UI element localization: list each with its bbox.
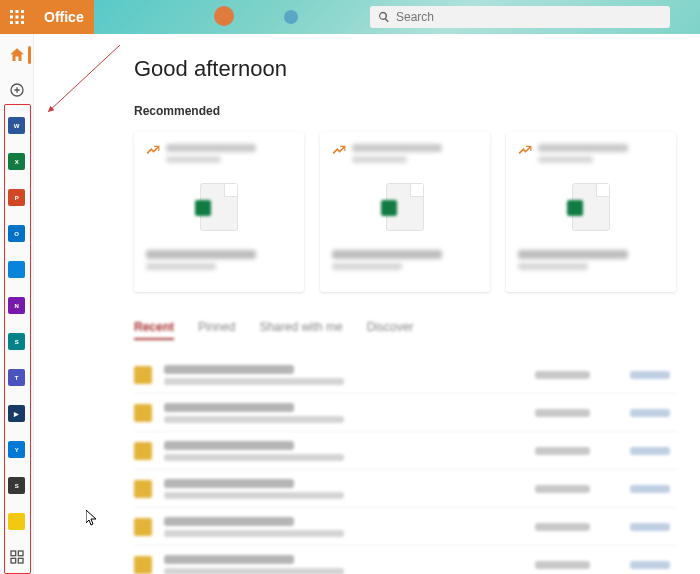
file-name: [164, 365, 294, 374]
card-title: [166, 144, 256, 152]
tab-shared-with-me[interactable]: Shared with me: [259, 320, 342, 340]
file-action[interactable]: [630, 409, 670, 417]
onedrive-icon: [8, 261, 25, 278]
stream-icon: ▶: [8, 405, 25, 422]
card-file-name: [518, 250, 628, 259]
file-action[interactable]: [630, 447, 670, 455]
file-type-icon: [134, 518, 152, 536]
yammer-icon: Y: [8, 441, 25, 458]
file-name: [164, 517, 294, 526]
file-modified: [535, 485, 590, 493]
svg-rect-8: [21, 21, 24, 24]
file-action[interactable]: [630, 485, 670, 493]
home-button[interactable]: [6, 44, 28, 65]
file-type-icon: [134, 442, 152, 460]
file-type-icon: [134, 366, 152, 384]
file-name: [164, 441, 294, 450]
sidebar-app-powerpoint[interactable]: P: [6, 187, 28, 209]
file-name: [164, 555, 294, 564]
sway-icon: S: [8, 477, 25, 494]
tab-pinned[interactable]: Pinned: [198, 320, 235, 340]
app-launcher-button[interactable]: [0, 0, 34, 34]
waffle-icon: [9, 9, 25, 25]
file-action[interactable]: [630, 523, 670, 531]
word-icon: W: [8, 117, 25, 134]
tab-discover[interactable]: Discover: [367, 320, 414, 340]
sidebar-app-outlook[interactable]: O: [6, 223, 28, 245]
file-location: [164, 378, 344, 385]
svg-rect-6: [10, 21, 13, 24]
recommended-heading: Recommended: [134, 104, 678, 118]
file-row[interactable]: [134, 356, 678, 394]
sidebar: WXPONST▶YS: [0, 34, 34, 574]
file-location: [164, 568, 344, 575]
search-box[interactable]: [370, 6, 670, 28]
home-icon: [8, 46, 26, 64]
activity-icon: [518, 144, 532, 158]
file-row[interactable]: [134, 432, 678, 470]
file-location: [164, 530, 344, 537]
recommended-card[interactable]: [320, 132, 490, 292]
banner: [94, 0, 700, 34]
top-header: Office: [0, 0, 700, 34]
card-file-name: [146, 250, 256, 259]
sidebar-app-sway[interactable]: S: [6, 475, 28, 497]
file-modified: [535, 523, 590, 531]
sidebar-app-word[interactable]: W: [6, 115, 28, 137]
file-row[interactable]: [134, 394, 678, 432]
activity-icon: [146, 144, 160, 158]
svg-rect-0: [10, 10, 13, 13]
all-apps-button[interactable]: [6, 547, 28, 568]
file-location: [164, 492, 344, 499]
card-subtitle: [352, 156, 407, 163]
plus-circle-icon: [9, 82, 25, 98]
file-type-icon: [134, 480, 152, 498]
file-row[interactable]: [134, 508, 678, 546]
tab-recent[interactable]: Recent: [134, 320, 174, 340]
svg-rect-10: [11, 551, 16, 556]
document-icon: [200, 183, 238, 231]
svg-rect-7: [16, 21, 19, 24]
file-row[interactable]: [134, 546, 678, 574]
card-file-meta: [146, 263, 216, 270]
sidebar-app-sharepoint[interactable]: S: [6, 331, 28, 353]
file-action[interactable]: [630, 561, 670, 569]
svg-rect-5: [21, 16, 24, 19]
card-file-meta: [332, 263, 402, 270]
card-file-name: [332, 250, 442, 259]
svg-rect-3: [10, 16, 13, 19]
teams-icon: T: [8, 369, 25, 386]
sidebar-app-yammer[interactable]: Y: [6, 439, 28, 461]
sidebar-app-powerbi[interactable]: [6, 511, 28, 533]
recommended-card[interactable]: [134, 132, 304, 292]
sidebar-app-excel[interactable]: X: [6, 151, 28, 173]
file-type-icon: [134, 556, 152, 574]
recommended-cards: [134, 132, 678, 292]
sidebar-app-stream[interactable]: ▶: [6, 403, 28, 425]
card-title: [538, 144, 628, 152]
sidebar-app-teams[interactable]: T: [6, 367, 28, 389]
file-location: [164, 454, 344, 461]
sidebar-app-onedrive[interactable]: [6, 259, 28, 281]
file-row[interactable]: [134, 470, 678, 508]
file-modified: [535, 447, 590, 455]
svg-rect-4: [16, 16, 19, 19]
file-action[interactable]: [630, 371, 670, 379]
svg-rect-1: [16, 10, 19, 13]
apps-grid-icon: [9, 549, 25, 565]
home-indicator: [28, 46, 31, 64]
search-input[interactable]: [396, 10, 662, 24]
file-modified: [535, 371, 590, 379]
card-subtitle: [538, 156, 593, 163]
sidebar-app-onenote[interactable]: N: [6, 295, 28, 317]
main-content: Good afternoon Recommended RecentPinnedS…: [34, 34, 700, 574]
document-icon: [386, 183, 424, 231]
create-button[interactable]: [6, 79, 28, 100]
file-modified: [535, 409, 590, 417]
card-subtitle: [166, 156, 221, 163]
recommended-card[interactable]: [506, 132, 676, 292]
file-modified: [535, 561, 590, 569]
document-icon: [572, 183, 610, 231]
powerpoint-icon: P: [8, 189, 25, 206]
file-name: [164, 479, 294, 488]
